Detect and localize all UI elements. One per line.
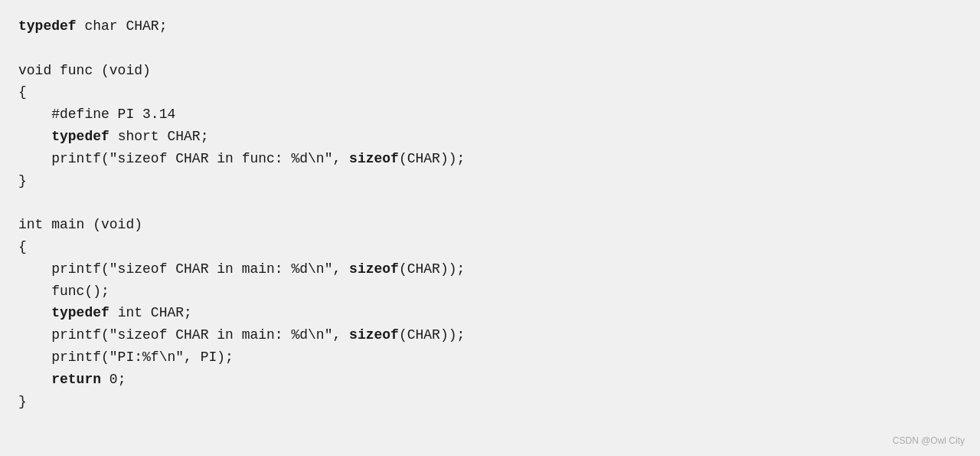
code-line-4: {: [18, 81, 962, 103]
keyword-sizeof-3: sizeof: [349, 327, 399, 343]
code-line-9: [18, 192, 962, 214]
keyword-sizeof-2: sizeof: [349, 261, 399, 277]
code-line-7: printf("sizeof CHAR in func: %d\n", size…: [18, 148, 962, 170]
code-block: typedef char CHAR; void func (void) { #d…: [0, 0, 980, 428]
code-line-11: {: [18, 236, 962, 258]
code-line-10: int main (void): [18, 214, 962, 236]
keyword-return: return: [51, 372, 101, 387]
code-line-17: return 0;: [18, 369, 962, 391]
code-line-2: [18, 38, 962, 60]
code-line-15: printf("sizeof CHAR in main: %d\n", size…: [18, 324, 962, 346]
keyword-typedef-1: typedef: [18, 18, 77, 34]
code-line-16: printf("PI:%f\n", PI);: [18, 346, 962, 369]
keyword-typedef-2: typedef: [51, 129, 109, 144]
code-line-3: void func (void): [18, 60, 962, 82]
code-line-8: }: [18, 170, 962, 192]
code-line-12: printf("sizeof CHAR in main: %d\n", size…: [18, 258, 962, 280]
keyword-sizeof-1: sizeof: [349, 151, 399, 166]
keyword-typedef-3: typedef: [51, 305, 109, 320]
code-line-14: typedef int CHAR;: [18, 302, 962, 324]
code-line-13: func();: [18, 280, 962, 303]
code-line-5: #define PI 3.14: [18, 103, 962, 126]
code-line-18: }: [18, 391, 962, 413]
watermark: CSDN @Owl City: [893, 434, 965, 448]
code-line-1: typedef char CHAR;: [18, 15, 962, 38]
code-line-6: typedef short CHAR;: [18, 126, 962, 148]
